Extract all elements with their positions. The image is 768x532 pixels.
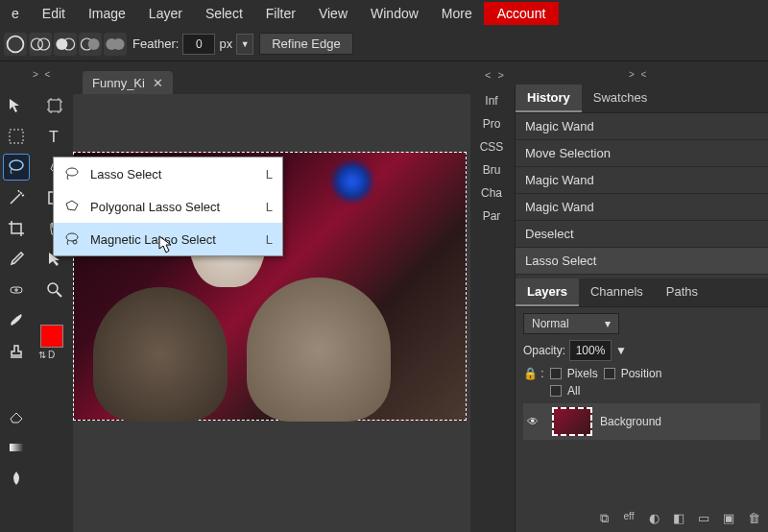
- folder-icon[interactable]: ▭: [695, 511, 712, 526]
- close-icon[interactable]: ✕: [153, 76, 163, 90]
- opacity-input[interactable]: 100%: [569, 340, 612, 361]
- svg-point-1: [31, 38, 42, 50]
- svg-rect-12: [10, 444, 23, 451]
- blur-tool-icon[interactable]: [3, 465, 30, 492]
- magnetic-lasso-icon: [63, 230, 81, 248]
- eyedropper-tool-icon[interactable]: [3, 246, 30, 273]
- history-item[interactable]: Move Selection: [516, 140, 768, 167]
- svg-point-17: [66, 168, 78, 176]
- type-tool-icon[interactable]: T: [41, 123, 68, 150]
- refine-edge-button[interactable]: Refine Edge: [259, 33, 353, 55]
- menu-more[interactable]: More: [430, 2, 484, 25]
- svg-point-10: [10, 160, 23, 170]
- svg-point-18: [66, 233, 78, 241]
- selection-add-icon[interactable]: [29, 33, 52, 56]
- info-panel-tab[interactable]: Inf: [470, 94, 513, 108]
- selection-subtract-icon[interactable]: [54, 33, 77, 56]
- tab-swatches[interactable]: Swatches: [582, 85, 659, 112]
- foreground-color-swatch[interactable]: [40, 325, 63, 348]
- eraser-tool-icon[interactable]: [3, 403, 30, 430]
- color-swap-controls[interactable]: ⇅ D: [38, 350, 55, 360]
- option-shortcut: L: [259, 200, 273, 214]
- menu-window[interactable]: Window: [359, 2, 430, 25]
- menu-layer[interactable]: Layer: [137, 2, 194, 25]
- option-label: Polygonal Lasso Select: [90, 200, 250, 214]
- layers-panel-tabs: Layers Channels Paths: [516, 278, 768, 307]
- option-label: Lasso Select: [90, 167, 250, 181]
- opacity-label: Opacity:: [523, 344, 565, 357]
- options-bar: Feather: 0 px ▼ Refine Edge: [0, 27, 768, 61]
- marquee-tool-icon[interactable]: [3, 123, 30, 150]
- feather-input[interactable]: 0: [182, 34, 215, 55]
- artboard-tool-icon[interactable]: [41, 92, 68, 119]
- visibility-icon[interactable]: 👁: [527, 415, 544, 428]
- history-item[interactable]: Deselect: [516, 221, 768, 248]
- history-item[interactable]: Magic Wand: [516, 167, 768, 194]
- lock-position-label: Position: [621, 367, 662, 380]
- menu-filter[interactable]: Filter: [254, 2, 307, 25]
- layer-item[interactable]: 👁 Background: [523, 403, 760, 440]
- menu-edit[interactable]: Edit: [31, 2, 77, 25]
- tab-channels[interactable]: Channels: [579, 278, 655, 306]
- selection-intersect-icon[interactable]: [79, 33, 102, 56]
- history-item[interactable]: Magic Wand: [516, 194, 768, 221]
- brush-panel-tab[interactable]: Bru: [470, 163, 513, 177]
- magic-wand-tool-icon[interactable]: [3, 184, 30, 211]
- document-tab-name: Funny_Ki: [92, 76, 145, 90]
- tab-layers[interactable]: Layers: [516, 278, 579, 306]
- mask-icon[interactable]: ◐: [645, 511, 662, 526]
- character-panel-tab[interactable]: Cha: [470, 186, 513, 200]
- new-layer-icon[interactable]: ▣: [720, 511, 737, 526]
- lasso-select-option[interactable]: Lasso Select L: [54, 157, 282, 190]
- document-tab[interactable]: Funny_Ki ✕: [83, 71, 173, 95]
- zoom-tool-icon[interactable]: [41, 277, 68, 303]
- paragraph-panel-tab[interactable]: Par: [470, 209, 513, 223]
- selection-new-icon[interactable]: [4, 33, 27, 56]
- svg-text:T: T: [49, 129, 59, 145]
- feather-label: Feather:: [132, 36, 179, 51]
- svg-point-2: [38, 38, 50, 50]
- collapse-left-icon[interactable]: > <: [33, 69, 52, 80]
- effects-icon[interactable]: eff: [620, 511, 637, 526]
- feather-dropdown-icon[interactable]: ▼: [236, 34, 253, 55]
- tab-history[interactable]: History: [516, 85, 582, 112]
- selection-mode-group: [4, 33, 127, 56]
- blend-mode-select[interactable]: Normal▾: [523, 313, 619, 334]
- collapse-right-icon[interactable]: > <: [629, 69, 648, 80]
- svg-rect-13: [49, 100, 60, 111]
- properties-panel-tab[interactable]: Pro: [470, 117, 513, 131]
- menu-view[interactable]: View: [307, 2, 359, 25]
- svg-point-6: [88, 38, 100, 50]
- swap-colors-icon[interactable]: ⇅: [38, 350, 46, 360]
- polygonal-lasso-option[interactable]: Polygonal Lasso Select L: [54, 190, 282, 223]
- move-tool-icon[interactable]: [3, 92, 30, 119]
- selection-xor-icon[interactable]: [104, 33, 127, 56]
- menu-image[interactable]: Image: [77, 2, 137, 25]
- tab-paths[interactable]: Paths: [655, 278, 709, 306]
- lock-all-label: All: [567, 384, 580, 398]
- menu-account[interactable]: Account: [484, 2, 560, 25]
- layer-thumbnail[interactable]: [552, 407, 592, 436]
- delete-icon[interactable]: 🗑: [745, 511, 762, 526]
- stamp-tool-icon[interactable]: [3, 338, 30, 365]
- history-item[interactable]: Magic Wand: [516, 113, 768, 140]
- gradient-tool-icon[interactable]: [3, 434, 30, 461]
- menu-select[interactable]: Select: [194, 2, 254, 25]
- lock-position-checkbox[interactable]: [604, 368, 615, 379]
- lasso-tool-icon[interactable]: [3, 154, 30, 181]
- default-colors-icon[interactable]: D: [48, 350, 55, 360]
- lock-all-checkbox[interactable]: [550, 385, 562, 397]
- crop-tool-icon[interactable]: [3, 215, 30, 242]
- css-panel-tab[interactable]: CSS: [470, 140, 513, 154]
- opacity-dropdown-icon[interactable]: ▼: [615, 344, 627, 357]
- healing-tool-icon[interactable]: [3, 277, 30, 303]
- history-item[interactable]: Lasso Select: [516, 248, 768, 275]
- cursor-icon: [158, 235, 174, 254]
- lock-pixels-checkbox[interactable]: [550, 368, 562, 379]
- toolbar-column-1: [2, 92, 31, 492]
- menu-item[interactable]: e: [0, 2, 31, 25]
- expand-panel-icon[interactable]: < >: [485, 69, 506, 81]
- link-layers-icon[interactable]: ⧉: [595, 511, 612, 526]
- brush-tool-icon[interactable]: [3, 307, 30, 334]
- adjustment-icon[interactable]: ◧: [670, 511, 687, 526]
